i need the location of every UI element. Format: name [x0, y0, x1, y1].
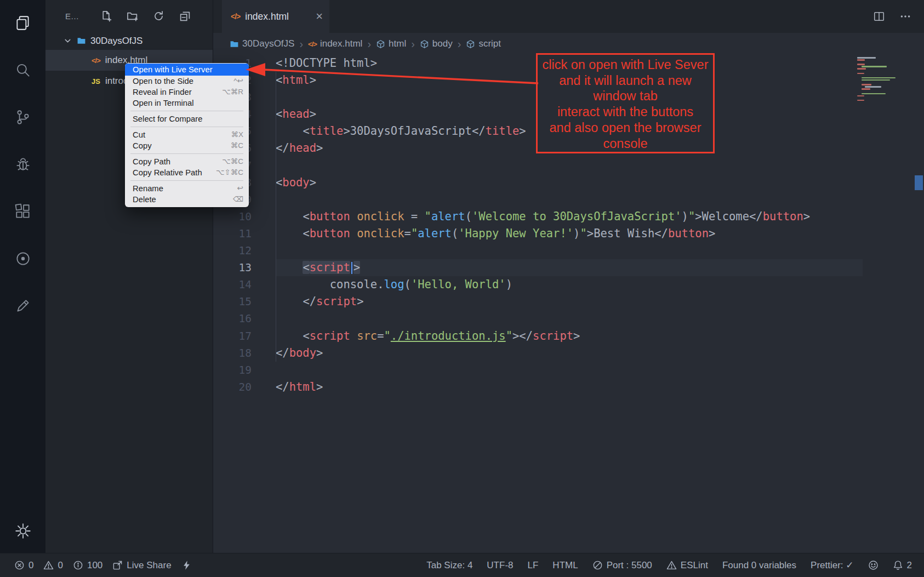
code-line-18[interactable]: 18</body>	[213, 345, 924, 362]
status-prettier[interactable]: Prettier: ✓	[811, 559, 853, 571]
more-actions-icon[interactable]	[899, 10, 912, 23]
scrollbar-marker	[915, 175, 923, 190]
menu-item-cut[interactable]: Cut⌘X	[125, 129, 249, 140]
menu-item-select-for-compare[interactable]: Select for Compare	[125, 113, 249, 124]
menu-shortcut: ⌥⌘R	[222, 87, 243, 98]
code-line-16[interactable]: 16	[213, 310, 924, 327]
status-problems-errors[interactable]: 0	[14, 560, 33, 571]
menu-item-copy-path[interactable]: Copy Path⌥⌘C	[125, 156, 249, 167]
code-line-14[interactable]: 14 console.log('Hello, World')	[213, 276, 924, 293]
status-live-share[interactable]: Live Share	[112, 560, 171, 571]
bolt-icon	[181, 560, 192, 570]
line-content: <script src="./introduction.js"></script…	[276, 328, 863, 345]
code-line-8[interactable]: 8<body>	[213, 174, 924, 191]
line-number: 19	[213, 362, 252, 379]
menu-item-open-with-live-server[interactable]: Open with Live Server	[125, 64, 249, 76]
status-problems-warnings[interactable]: 0	[43, 560, 62, 571]
live-share-icon	[112, 560, 123, 570]
status-notifications[interactable]: 2	[893, 560, 912, 571]
menu-separator	[130, 153, 243, 154]
annotation-line: window tab	[538, 88, 713, 104]
line-content: <body>	[276, 174, 863, 191]
menu-shortcut: ⌫	[233, 194, 243, 205]
collapse-folders-icon[interactable]	[179, 10, 191, 22]
line-number: 17	[213, 328, 252, 345]
status-info-count[interactable]: 100	[73, 560, 102, 571]
status-quick-action[interactable]	[181, 560, 192, 570]
menu-separator	[130, 111, 243, 111]
new-folder-icon[interactable]	[126, 10, 138, 22]
minimap[interactable]	[857, 57, 908, 102]
line-number: 10	[213, 208, 252, 225]
explorer-icon[interactable]	[8, 8, 38, 38]
status-encoding[interactable]: UTF-8	[487, 560, 513, 571]
annotation-line: and it will launch a new	[538, 73, 713, 89]
folder-row-30DaysOfJS[interactable]: 30DaysOfJS	[45, 32, 213, 50]
code-line-17[interactable]: 17 <script src="./introduction.js"></scr…	[213, 328, 924, 345]
split-editor-icon[interactable]	[872, 10, 886, 23]
breadcrumb-item-30daysofjs[interactable]: 30DaysOfJS	[230, 38, 294, 49]
code-line-7[interactable]: 7	[213, 157, 924, 174]
menu-item-copy-relative-path[interactable]: Copy Relative Path⌥⇧⌘C	[125, 167, 249, 178]
line-content: <button onclick = "alert('Welcome to 30D…	[276, 208, 863, 225]
remote-extension-icon[interactable]	[8, 243, 38, 274]
code-line-9[interactable]: 9	[213, 191, 924, 208]
status-language-mode[interactable]: HTML	[552, 560, 578, 571]
text-cursor	[351, 262, 352, 274]
breadcrumb-separator: ›	[367, 38, 371, 50]
menu-item-open-to-the-side[interactable]: Open to the Side^↩	[125, 76, 249, 87]
line-number: 16	[213, 310, 252, 327]
menu-item-copy[interactable]: Copy⌘C	[125, 140, 249, 151]
port-icon	[592, 560, 603, 570]
breadcrumb-item-body[interactable]: body	[420, 38, 453, 49]
menu-item-rename[interactable]: Rename↩	[125, 183, 249, 194]
folder-label: 30DaysOfJS	[90, 36, 142, 47]
menu-item-reveal-in-finder[interactable]: Reveal in Finder⌥⌘R	[125, 87, 249, 98]
code-line-19[interactable]: 19	[213, 362, 924, 379]
tab-index-html[interactable]: </> index.html ×	[222, 0, 329, 33]
status-tab-size[interactable]: Tab Size: 4	[426, 560, 472, 571]
breadcrumb-item-index-html[interactable]: </>index.html	[308, 38, 362, 49]
warning-icon	[666, 560, 677, 570]
line-number: 15	[213, 293, 252, 310]
breadcrumb-separator: ›	[458, 38, 461, 50]
menu-shortcut: ↩	[237, 183, 243, 194]
line-number: 11	[213, 225, 252, 242]
code-line-13[interactable]: 13 <script>	[213, 259, 924, 276]
code-line-11[interactable]: 11 <button onclick="alert('Happy New Yea…	[213, 225, 924, 242]
new-file-icon[interactable]	[100, 10, 112, 22]
explorer-header: E…	[45, 0, 213, 32]
breadcrumb: 30DaysOfJS›</>index.html›html›body›scrip…	[213, 33, 924, 55]
html-file-icon: </>	[231, 12, 240, 21]
status-end-of-line[interactable]: LF	[528, 560, 539, 571]
cube-icon	[466, 39, 475, 49]
html-file-icon: </>	[92, 55, 100, 66]
menu-shortcut: ⌥⇧⌘C	[216, 167, 243, 178]
code-line-15[interactable]: 15 </script>	[213, 293, 924, 310]
breadcrumb-item-script[interactable]: script	[466, 38, 501, 49]
breadcrumb-item-html[interactable]: html	[376, 38, 406, 49]
feedback-icon[interactable]	[8, 290, 38, 321]
status-eslint[interactable]: ESLint	[666, 560, 708, 571]
settings-gear-icon[interactable]	[8, 516, 38, 546]
refresh-explorer-icon[interactable]	[152, 10, 164, 22]
annotation-line: console	[538, 136, 713, 152]
line-content	[276, 242, 863, 259]
indent-guide	[276, 72, 276, 362]
status-variables-found[interactable]: Found 0 variables	[722, 560, 796, 571]
status-live-server-port[interactable]: Port : 5500	[592, 560, 652, 571]
status-feedback-smiley[interactable]	[868, 560, 879, 570]
breadcrumb-separator: ›	[299, 38, 303, 50]
close-tab-icon[interactable]: ×	[316, 10, 323, 22]
source-control-icon[interactable]	[8, 102, 38, 133]
search-icon[interactable]	[8, 55, 38, 85]
code-line-12[interactable]: 12	[213, 242, 924, 259]
code-line-10[interactable]: 10 <button onclick = "alert('Welcome to …	[213, 208, 924, 225]
extensions-icon[interactable]	[8, 196, 38, 227]
bell-icon	[893, 560, 903, 570]
menu-item-delete[interactable]: Delete⌫	[125, 194, 249, 205]
folder-icon	[77, 36, 86, 45]
code-line-20[interactable]: 20</html>	[213, 379, 924, 396]
menu-item-open-in-terminal[interactable]: Open in Terminal	[125, 98, 249, 108]
run-and-debug-icon[interactable]	[8, 149, 38, 180]
